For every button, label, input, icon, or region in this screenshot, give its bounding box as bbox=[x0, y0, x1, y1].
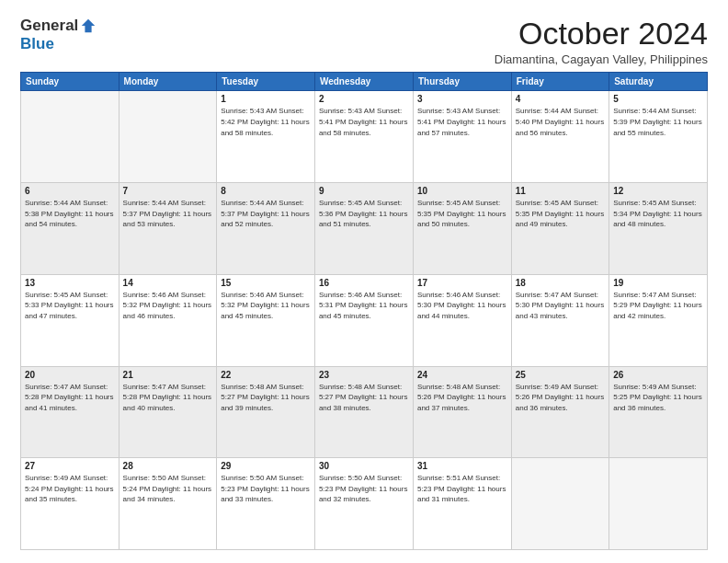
title-block: October 2024 Diamantina, Cagayan Valley,… bbox=[495, 17, 708, 66]
day-number: 15 bbox=[221, 278, 311, 288]
day-info: Sunrise: 5:49 AM Sunset: 5:24 PM Dayligh… bbox=[25, 473, 115, 505]
table-row: 9Sunrise: 5:45 AM Sunset: 5:36 PM Daylig… bbox=[314, 183, 413, 275]
calendar-week-row: 13Sunrise: 5:45 AM Sunset: 5:33 PM Dayli… bbox=[21, 274, 708, 366]
day-number: 21 bbox=[123, 370, 213, 380]
table-row: 16Sunrise: 5:46 AM Sunset: 5:31 PM Dayli… bbox=[314, 274, 413, 366]
day-info: Sunrise: 5:49 AM Sunset: 5:26 PM Dayligh… bbox=[516, 382, 605, 414]
table-row: 28Sunrise: 5:50 AM Sunset: 5:24 PM Dayli… bbox=[119, 458, 217, 550]
table-row: 15Sunrise: 5:46 AM Sunset: 5:32 PM Dayli… bbox=[217, 274, 315, 366]
table-row: 1Sunrise: 5:43 AM Sunset: 5:42 PM Daylig… bbox=[217, 91, 315, 183]
svg-marker-0 bbox=[82, 19, 95, 32]
day-number: 13 bbox=[25, 278, 115, 288]
table-row: 6Sunrise: 5:44 AM Sunset: 5:38 PM Daylig… bbox=[21, 183, 119, 275]
table-row: 5Sunrise: 5:44 AM Sunset: 5:39 PM Daylig… bbox=[609, 91, 708, 183]
day-number: 6 bbox=[25, 186, 115, 196]
day-info: Sunrise: 5:45 AM Sunset: 5:35 PM Dayligh… bbox=[516, 198, 605, 230]
logo: General Blue bbox=[20, 17, 97, 53]
day-info: Sunrise: 5:45 AM Sunset: 5:34 PM Dayligh… bbox=[613, 198, 703, 230]
day-number: 19 bbox=[613, 278, 703, 288]
table-row: 30Sunrise: 5:50 AM Sunset: 5:23 PM Dayli… bbox=[314, 458, 413, 550]
calendar-week-row: 6Sunrise: 5:44 AM Sunset: 5:38 PM Daylig… bbox=[21, 183, 708, 275]
table-row: 11Sunrise: 5:45 AM Sunset: 5:35 PM Dayli… bbox=[511, 183, 609, 275]
day-info: Sunrise: 5:44 AM Sunset: 5:39 PM Dayligh… bbox=[613, 106, 703, 138]
day-number: 2 bbox=[319, 94, 409, 104]
day-info: Sunrise: 5:46 AM Sunset: 5:32 PM Dayligh… bbox=[221, 290, 311, 322]
day-info: Sunrise: 5:51 AM Sunset: 5:23 PM Dayligh… bbox=[417, 473, 507, 505]
logo-general: General bbox=[20, 17, 78, 35]
day-info: Sunrise: 5:48 AM Sunset: 5:26 PM Dayligh… bbox=[417, 382, 507, 414]
day-info: Sunrise: 5:46 AM Sunset: 5:31 PM Dayligh… bbox=[319, 290, 409, 322]
table-row: 26Sunrise: 5:49 AM Sunset: 5:25 PM Dayli… bbox=[609, 366, 708, 458]
day-info: Sunrise: 5:47 AM Sunset: 5:29 PM Dayligh… bbox=[613, 290, 703, 322]
day-info: Sunrise: 5:45 AM Sunset: 5:36 PM Dayligh… bbox=[319, 198, 409, 230]
table-row bbox=[21, 91, 119, 183]
table-row: 29Sunrise: 5:50 AM Sunset: 5:23 PM Dayli… bbox=[217, 458, 315, 550]
day-number: 3 bbox=[417, 94, 507, 104]
subtitle: Diamantina, Cagayan Valley, Philippines bbox=[495, 52, 708, 66]
table-row: 12Sunrise: 5:45 AM Sunset: 5:34 PM Dayli… bbox=[609, 183, 708, 275]
day-info: Sunrise: 5:49 AM Sunset: 5:25 PM Dayligh… bbox=[613, 382, 703, 414]
day-number: 25 bbox=[516, 370, 605, 380]
day-number: 1 bbox=[221, 94, 311, 104]
table-row: 20Sunrise: 5:47 AM Sunset: 5:28 PM Dayli… bbox=[21, 366, 119, 458]
day-info: Sunrise: 5:45 AM Sunset: 5:35 PM Dayligh… bbox=[417, 198, 507, 230]
day-number: 5 bbox=[613, 94, 703, 104]
table-row: 7Sunrise: 5:44 AM Sunset: 5:37 PM Daylig… bbox=[119, 183, 217, 275]
calendar-week-row: 27Sunrise: 5:49 AM Sunset: 5:24 PM Dayli… bbox=[21, 458, 708, 550]
day-number: 7 bbox=[123, 186, 213, 196]
col-monday: Monday bbox=[119, 73, 217, 91]
day-number: 23 bbox=[319, 370, 409, 380]
day-info: Sunrise: 5:45 AM Sunset: 5:33 PM Dayligh… bbox=[25, 290, 115, 322]
logo-blue: Blue bbox=[20, 35, 54, 53]
day-number: 26 bbox=[613, 370, 703, 380]
day-number: 12 bbox=[613, 186, 703, 196]
day-info: Sunrise: 5:48 AM Sunset: 5:27 PM Dayligh… bbox=[221, 382, 311, 414]
day-info: Sunrise: 5:50 AM Sunset: 5:23 PM Dayligh… bbox=[221, 473, 311, 505]
day-info: Sunrise: 5:44 AM Sunset: 5:37 PM Dayligh… bbox=[123, 198, 213, 230]
day-number: 28 bbox=[123, 461, 213, 471]
table-row: 18Sunrise: 5:47 AM Sunset: 5:30 PM Dayli… bbox=[511, 274, 609, 366]
day-number: 17 bbox=[417, 278, 507, 288]
calendar-week-row: 1Sunrise: 5:43 AM Sunset: 5:42 PM Daylig… bbox=[21, 91, 708, 183]
col-tuesday: Tuesday bbox=[217, 73, 315, 91]
day-info: Sunrise: 5:44 AM Sunset: 5:38 PM Dayligh… bbox=[25, 198, 115, 230]
day-number: 10 bbox=[417, 186, 507, 196]
table-row bbox=[511, 458, 609, 550]
day-info: Sunrise: 5:50 AM Sunset: 5:24 PM Dayligh… bbox=[123, 473, 213, 505]
col-friday: Friday bbox=[511, 73, 609, 91]
table-row: 25Sunrise: 5:49 AM Sunset: 5:26 PM Dayli… bbox=[511, 366, 609, 458]
day-info: Sunrise: 5:47 AM Sunset: 5:28 PM Dayligh… bbox=[123, 382, 213, 414]
day-number: 11 bbox=[516, 186, 605, 196]
table-row: 14Sunrise: 5:46 AM Sunset: 5:32 PM Dayli… bbox=[119, 274, 217, 366]
day-info: Sunrise: 5:44 AM Sunset: 5:40 PM Dayligh… bbox=[516, 106, 605, 138]
day-number: 16 bbox=[319, 278, 409, 288]
table-row bbox=[609, 458, 708, 550]
day-number: 27 bbox=[25, 461, 115, 471]
col-sunday: Sunday bbox=[21, 73, 119, 91]
day-info: Sunrise: 5:43 AM Sunset: 5:41 PM Dayligh… bbox=[417, 106, 507, 138]
table-row: 8Sunrise: 5:44 AM Sunset: 5:37 PM Daylig… bbox=[217, 183, 315, 275]
day-info: Sunrise: 5:46 AM Sunset: 5:32 PM Dayligh… bbox=[123, 290, 213, 322]
day-info: Sunrise: 5:50 AM Sunset: 5:23 PM Dayligh… bbox=[319, 473, 409, 505]
table-row: 31Sunrise: 5:51 AM Sunset: 5:23 PM Dayli… bbox=[413, 458, 511, 550]
table-row bbox=[119, 91, 217, 183]
col-wednesday: Wednesday bbox=[314, 73, 413, 91]
day-info: Sunrise: 5:47 AM Sunset: 5:30 PM Dayligh… bbox=[516, 290, 605, 322]
table-row: 24Sunrise: 5:48 AM Sunset: 5:26 PM Dayli… bbox=[413, 366, 511, 458]
header: General Blue October 2024 Diamantina, Ca… bbox=[20, 17, 708, 66]
table-row: 4Sunrise: 5:44 AM Sunset: 5:40 PM Daylig… bbox=[511, 91, 609, 183]
table-row: 13Sunrise: 5:45 AM Sunset: 5:33 PM Dayli… bbox=[21, 274, 119, 366]
logo-icon bbox=[80, 17, 97, 34]
table-row: 21Sunrise: 5:47 AM Sunset: 5:28 PM Dayli… bbox=[119, 366, 217, 458]
day-number: 9 bbox=[319, 186, 409, 196]
table-row: 22Sunrise: 5:48 AM Sunset: 5:27 PM Dayli… bbox=[217, 366, 315, 458]
col-thursday: Thursday bbox=[413, 73, 511, 91]
table-row: 27Sunrise: 5:49 AM Sunset: 5:24 PM Dayli… bbox=[21, 458, 119, 550]
day-number: 31 bbox=[417, 461, 507, 471]
month-title: October 2024 bbox=[495, 17, 708, 51]
day-info: Sunrise: 5:44 AM Sunset: 5:37 PM Dayligh… bbox=[221, 198, 311, 230]
day-number: 30 bbox=[319, 461, 409, 471]
day-number: 22 bbox=[221, 370, 311, 380]
table-row: 23Sunrise: 5:48 AM Sunset: 5:27 PM Dayli… bbox=[314, 366, 413, 458]
day-info: Sunrise: 5:47 AM Sunset: 5:28 PM Dayligh… bbox=[25, 382, 115, 414]
